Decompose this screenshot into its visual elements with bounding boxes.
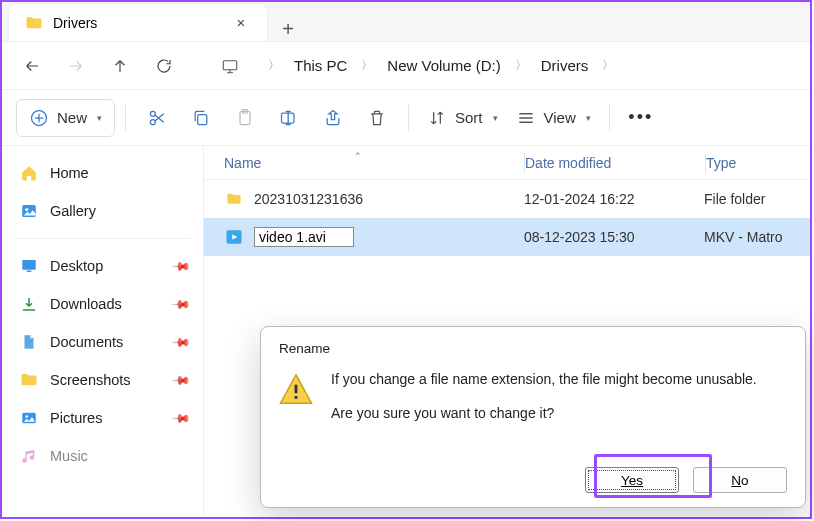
file-type: MKV - Matro [704,229,810,245]
folder-icon [224,191,244,207]
nav-row: 〉 This PC 〉 New Volume (D:) 〉 Drivers 〉 [2,42,810,90]
chevron-down-icon: ▾ [493,113,498,123]
copy-icon [191,108,211,128]
trash-icon [367,108,387,128]
svg-rect-4 [198,114,207,124]
pin-icon: 📌 [171,370,192,391]
pin-icon: 📌 [171,332,192,353]
sort-asc-icon: ⌃ [354,151,362,161]
pin-icon: 📌 [171,294,192,315]
sidebar-item-downloads[interactable]: Downloads 📌 [2,285,203,323]
file-explorer-window: Drivers × + 〉 This PC 〉 New Volume (D:) … [0,0,812,519]
new-tab-button[interactable]: + [268,18,308,41]
rename-input[interactable] [254,227,354,247]
file-row-folder[interactable]: 20231031231636 12-01-2024 16:22 File fol… [204,180,810,218]
svg-point-9 [25,208,28,211]
svg-point-13 [25,415,28,418]
column-date[interactable]: Date modified [525,155,705,171]
sort-label: Sort [455,109,483,126]
tab-close-button[interactable]: × [229,14,253,31]
sidebar-item-pictures[interactable]: Pictures 📌 [2,399,203,437]
svg-rect-0 [223,60,237,69]
view-icon [516,108,536,128]
music-icon [20,447,38,465]
delete-button[interactable] [356,99,398,137]
dialog-line1: If you change a file name extension, the… [331,370,757,390]
sidebar-label: Pictures [50,410,102,426]
svg-rect-16 [295,396,298,399]
new-button[interactable]: New ▾ [16,99,115,137]
desktop-icon [20,257,38,275]
dialog-text: If you change a file name extension, the… [331,370,757,423]
share-button[interactable] [312,99,354,137]
yes-button[interactable]: Yes [585,467,679,493]
sort-icon [427,108,447,128]
up-button[interactable] [100,46,140,86]
breadcrumb-item[interactable]: This PC [294,57,347,74]
sidebar-label: Documents [50,334,123,350]
view-button[interactable]: View ▾ [508,99,599,137]
chevron-right-icon: 〉 [361,57,373,74]
sidebar-label: Music [50,448,88,464]
home-icon [20,164,38,182]
dialog-line2: Are you sure you want to change it? [331,404,757,424]
sidebar-item-gallery[interactable]: Gallery [2,192,203,230]
new-label: New [57,109,87,126]
column-name[interactable]: Name ⌃ [204,155,524,171]
cut-button[interactable] [136,99,178,137]
breadcrumb: 〉 This PC 〉 New Volume (D:) 〉 Drivers 〉 [254,57,614,74]
chevron-right-icon: 〉 [515,57,527,74]
sidebar-item-desktop[interactable]: Desktop 📌 [2,247,203,285]
breadcrumb-item[interactable]: New Volume (D:) [387,57,500,74]
sidebar-item-home[interactable]: Home [2,154,203,192]
plus-circle-icon [29,108,49,128]
pin-icon: 📌 [171,256,192,277]
view-label: View [544,109,576,126]
pc-icon[interactable] [210,46,250,86]
share-icon [323,108,343,128]
column-type[interactable]: Type [706,155,810,171]
refresh-button[interactable] [144,46,184,86]
file-date: 08-12-2023 15:30 [524,229,704,245]
folder-icon [25,14,43,32]
no-button[interactable]: No [693,467,787,493]
rename-dialog: Rename If you change a file name extensi… [260,326,806,508]
sort-button[interactable]: Sort ▾ [419,99,506,137]
svg-rect-15 [295,385,298,394]
sidebar-item-music[interactable]: Music [2,437,203,475]
tab-title: Drivers [53,15,219,31]
file-type: File folder [704,191,810,207]
video-file-icon [224,227,244,247]
sidebar-item-documents[interactable]: Documents 📌 [2,323,203,361]
toolbar: New ▾ Sort ▾ View ▾ ••• [2,90,810,146]
breadcrumb-item[interactable]: Drivers [541,57,589,74]
copy-button[interactable] [180,99,222,137]
pictures-icon [20,409,38,427]
forward-button[interactable] [56,46,96,86]
file-name: 20231031231636 [254,191,363,207]
svg-rect-10 [22,260,36,270]
back-button[interactable] [12,46,52,86]
chevron-right-icon: 〉 [602,57,614,74]
separator [609,105,610,131]
file-list-header: Name ⌃ Date modified Type [204,146,810,180]
tab-drivers[interactable]: Drivers × [8,3,268,41]
file-date: 12-01-2024 16:22 [524,191,704,207]
sidebar-label: Desktop [50,258,103,274]
separator [408,105,409,131]
dialog-title: Rename [279,341,787,356]
sidebar-divider [14,238,191,239]
more-button[interactable]: ••• [620,99,662,137]
warning-icon [279,372,313,406]
tab-bar: Drivers × + [2,2,810,42]
sidebar-item-screenshots[interactable]: Screenshots 📌 [2,361,203,399]
paste-button[interactable] [224,99,266,137]
scissors-icon [147,108,167,128]
documents-icon [20,333,38,351]
pin-icon: 📌 [171,408,192,429]
downloads-icon [20,295,38,313]
chevron-right-icon: 〉 [268,57,280,74]
file-row-video[interactable]: 08-12-2023 15:30 MKV - Matro [204,218,810,256]
sidebar-label: Home [50,165,89,181]
rename-button[interactable] [268,99,310,137]
